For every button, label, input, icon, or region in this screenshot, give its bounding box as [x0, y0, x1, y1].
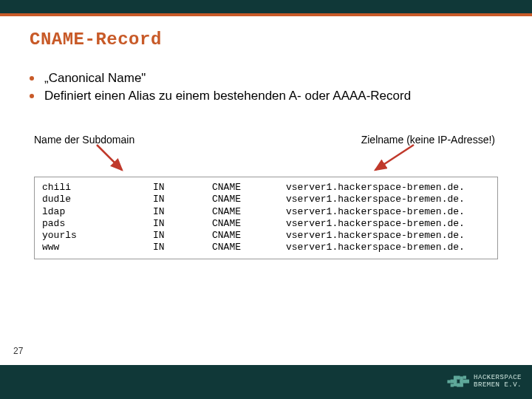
cell-in: IN	[153, 182, 212, 194]
bullet-dot-icon	[30, 94, 34, 98]
bullet-text: Definiert einen Alias zu einem bestehend…	[44, 88, 411, 104]
page-number: 27	[13, 346, 23, 356]
table-row: chili IN CNAME vserver1.hackerspace-brem…	[42, 182, 490, 194]
cell-target: vserver1.hackerspace-bremen.de.	[286, 230, 490, 242]
cell-sub: yourls	[42, 230, 153, 242]
bullet-list: „Canonical Name" Definiert einen Alias z…	[30, 70, 502, 104]
table-row: yourls IN CNAME vserver1.hackerspace-bre…	[42, 230, 490, 242]
cell-in: IN	[153, 194, 212, 205]
cell-sub: chili	[42, 182, 153, 194]
table-row: ldap IN CNAME vserver1.hackerspace-breme…	[42, 206, 490, 218]
table-row: dudle IN CNAME vserver1.hackerspace-brem…	[42, 194, 490, 205]
cell-sub: ldap	[42, 206, 153, 218]
cell-sub: pads	[42, 218, 153, 230]
cell-type: CNAME	[212, 242, 286, 253]
cell-in: IN	[153, 242, 212, 253]
arrow-right-icon	[369, 143, 421, 173]
logo-text-line: BREMEN E.V.	[474, 382, 522, 389]
bullet-dot-icon	[30, 76, 34, 81]
cell-type: CNAME	[212, 182, 286, 194]
cell-target: vserver1.hackerspace-bremen.de.	[286, 182, 490, 194]
bullet-item: „Canonical Name"	[30, 70, 502, 86]
logo: ▄▄ ▄ ▄█▀█▄▄ ▀▀█▄█▀▀ ▀ ▀▀ HACKERSPACE BRE…	[448, 375, 522, 389]
slide-content: CNAME-Record „Canonical Name" Definiert …	[0, 16, 532, 365]
cell-target: vserver1.hackerspace-bremen.de.	[286, 218, 490, 230]
cell-sub: dudle	[42, 194, 153, 205]
records-box: chili IN CNAME vserver1.hackerspace-brem…	[34, 177, 498, 259]
footer-bar: ▄▄ ▄ ▄█▀█▄▄ ▀▀█▄█▀▀ ▀ ▀▀ HACKERSPACE BRE…	[0, 365, 532, 399]
cell-target: vserver1.hackerspace-bremen.de.	[286, 206, 490, 218]
cell-target: vserver1.hackerspace-bremen.de.	[286, 194, 490, 205]
bullet-text: „Canonical Name"	[44, 70, 146, 86]
cell-in: IN	[153, 230, 212, 242]
cell-target: vserver1.hackerspace-bremen.de.	[286, 242, 490, 253]
bullet-item: Definiert einen Alias zu einem bestehend…	[30, 88, 502, 104]
top-bar	[0, 0, 532, 13]
table-row: www IN CNAME vserver1.hackerspace-bremen…	[42, 242, 490, 253]
cell-type: CNAME	[212, 230, 286, 242]
svg-line-1	[375, 145, 414, 170]
cell-in: IN	[153, 206, 212, 218]
cell-in: IN	[153, 218, 212, 230]
cell-type: CNAME	[212, 206, 286, 218]
logo-pixel-icon: ▄▄ ▄ ▄█▀█▄▄ ▀▀█▄█▀▀ ▀ ▀▀	[448, 375, 470, 389]
cell-type: CNAME	[212, 194, 286, 205]
arrow-area	[30, 147, 502, 177]
cell-sub: www	[42, 242, 153, 253]
logo-text-wrap: HACKERSPACE BREMEN E.V.	[474, 375, 522, 389]
slide-title: CNAME-Record	[30, 30, 502, 50]
svg-line-0	[97, 145, 122, 170]
cell-type: CNAME	[212, 218, 286, 230]
arrow-left-icon	[92, 143, 134, 173]
table-row: pads IN CNAME vserver1.hackerspace-breme…	[42, 218, 490, 230]
